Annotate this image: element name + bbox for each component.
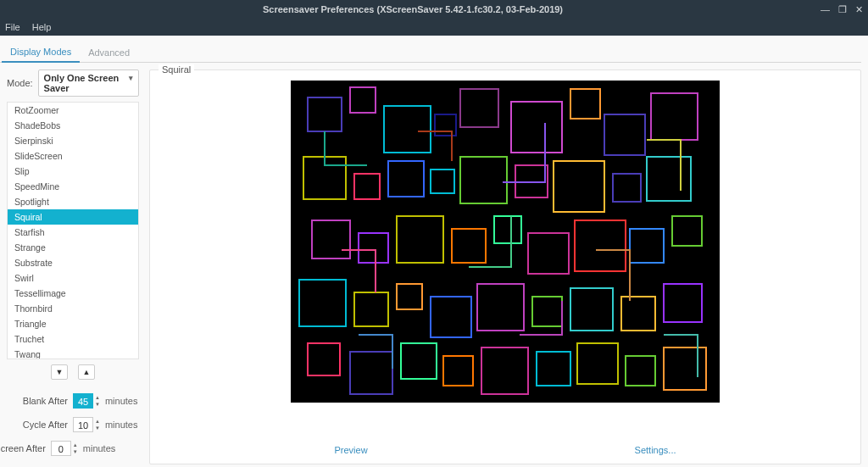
blank-after-stepper[interactable]: 45 ▲▼ [73,393,100,409]
mode-row: Mode: Only One Screen Saver [7,69,139,97]
chevron-up-icon[interactable]: ▲ [73,442,78,448]
lock-after-stepper[interactable]: 0 ▲▼ [51,441,78,456]
blank-after-unit: minutes [105,396,138,406]
list-item[interactable]: Starfish [8,225,138,240]
list-item[interactable]: Sierpinski [8,133,138,148]
list-item[interactable]: SlideScreen [8,148,138,164]
tab-display-modes[interactable]: Display Modes [2,42,80,63]
preview-panel: Squiral [149,69,861,464]
list-item[interactable]: Strange [8,240,138,255]
cycle-after-row: Cycle After 10 ▲▼ minutes [7,417,139,432]
chevron-down-icon[interactable]: ▼ [73,448,78,455]
saver-list[interactable]: RotZoomerShadeBobsSierpinskiSlideScreenS… [8,103,138,359]
mode-select[interactable]: Only One Screen Saver [38,69,139,97]
cycle-after-stepper[interactable]: 10 ▲▼ [73,417,100,432]
lock-after-row: Lock Screen After 0 ▲▼ minutes [0,441,139,456]
blank-after-label: Blank After [7,396,68,406]
list-item[interactable]: SpeedMine [8,179,138,194]
cycle-after-label: Cycle After [7,420,68,430]
close-icon[interactable]: ✕ [855,4,863,15]
lock-after-unit: minutes [83,443,116,453]
list-item[interactable]: Tessellimage [8,286,138,301]
list-item[interactable]: Truchet [8,331,138,347]
list-item[interactable]: Squiral [8,209,138,225]
cycle-after-unit: minutes [105,420,138,430]
chevron-down-icon[interactable]: ▼ [95,401,100,408]
list-item[interactable]: Triangle [8,316,138,331]
blank-after-row: Blank After 45 ▲▼ minutes [7,393,139,409]
menubar: File Help [0,19,868,36]
settings-button[interactable]: Settings... [635,445,676,455]
list-item[interactable]: Spotlight [8,194,138,209]
reorder-buttons: ▼ ▲ [7,364,139,380]
list-item[interactable]: Substrate [8,255,138,270]
list-item[interactable]: RotZoomer [8,103,138,118]
preview-actions: Preview Settings... [150,445,860,455]
list-item[interactable]: Slip [8,164,138,179]
left-pane: Mode: Only One Screen Saver RotZoomerSha… [0,69,142,464]
menu-file[interactable]: File [5,22,20,32]
list-item[interactable]: Swirl [8,270,138,286]
list-item[interactable]: Twang [8,347,138,359]
minimize-icon[interactable]: — [821,4,830,15]
mode-label: Mode: [7,78,33,88]
move-up-button[interactable]: ▲ [78,364,95,380]
titlebar: Screensaver Preferences (XScreenSaver 5.… [0,0,868,19]
window-controls: — ❐ ✕ [821,4,863,15]
content: Display Modes Advanced Mode: Only One Sc… [0,36,868,467]
svg-rect-0 [291,81,720,403]
saver-listbox: RotZoomerShadeBobsSierpinskiSlideScreenS… [7,102,139,359]
timing-settings: Blank After 45 ▲▼ minutes Cycle After 10… [7,393,139,464]
restore-icon[interactable]: ❐ [838,4,847,15]
chevron-up-icon[interactable]: ▲ [95,418,100,425]
window-title: Screensaver Preferences (XScreenSaver 5.… [5,4,821,14]
list-item[interactable]: Thornbird [8,301,138,316]
menu-help[interactable]: Help [32,22,52,32]
preview-area [291,81,720,403]
tab-advanced[interactable]: Advanced [80,43,138,62]
squiral-preview-svg [291,81,720,403]
chevron-down-icon[interactable]: ▼ [95,425,100,431]
move-down-button[interactable]: ▼ [51,364,68,380]
list-item[interactable]: ShadeBobs [8,118,138,133]
lock-after-label: Lock Screen After [0,443,46,453]
panel: Mode: Only One Screen Saver RotZoomerSha… [0,63,861,464]
preview-title: Squiral [159,64,194,75]
preview-button[interactable]: Preview [334,445,367,455]
chevron-up-icon[interactable]: ▲ [95,394,100,401]
tabs: Display Modes Advanced [0,42,861,63]
